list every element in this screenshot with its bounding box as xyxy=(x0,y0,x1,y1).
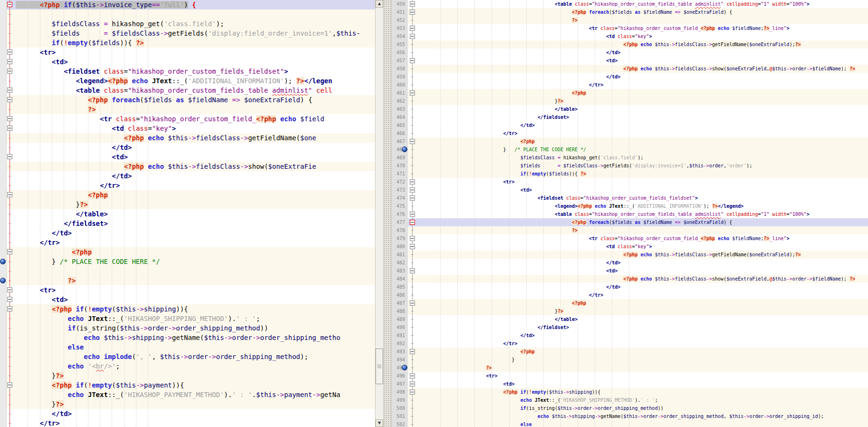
fold-toggle[interactable] xyxy=(7,287,12,292)
code-line[interactable]: <?php if(!empty($this->shipping)){ xyxy=(6,304,375,314)
left-pane-scrollbar[interactable]: ▲ ▼ xyxy=(375,0,384,427)
code-line[interactable]: <?php if(!empty($this->shipping)){ xyxy=(408,388,868,396)
scrollbar-thumb[interactable] xyxy=(376,349,383,384)
code-line[interactable]: <?php foreach($fields as $fieldName => $… xyxy=(408,8,868,16)
code-line[interactable]: <?php echo $this->fieldsClass->show($one… xyxy=(6,162,375,171)
code-line[interactable]: if(!empty($fields)){ ?> xyxy=(408,170,868,178)
code-line[interactable]: <tr> xyxy=(408,178,868,186)
code-line[interactable]: echo $this->shipping->getName($this->ord… xyxy=(408,412,868,420)
fold-toggle[interactable] xyxy=(7,116,12,121)
code-line[interactable]: <?php xyxy=(408,348,868,356)
code-line[interactable]: $fieldsClass = hikashop_get('class.field… xyxy=(408,154,868,162)
fold-toggle[interactable] xyxy=(410,220,415,225)
fold-toggle[interactable] xyxy=(410,26,415,31)
code-line[interactable]: <?php if($this->invoice_type=='full') { xyxy=(6,0,375,10)
code-line[interactable]: echo JText::_('HIKASHOP_SHIPPING_METHOD'… xyxy=(408,396,868,404)
fold-toggle[interactable] xyxy=(410,349,415,354)
code-line[interactable]: </tr> xyxy=(408,129,868,137)
code-line[interactable]: </tr> xyxy=(408,340,868,348)
code-line[interactable]: $fields = $fieldsClass->getFields('displ… xyxy=(6,29,375,38)
code-line[interactable]: <td> xyxy=(408,267,868,275)
code-line[interactable]: <table class="hikashop_order_custom_fiel… xyxy=(6,86,375,95)
fold-toggle[interactable] xyxy=(7,126,12,131)
code-line[interactable]: <td> xyxy=(408,57,868,65)
fold-toggle[interactable] xyxy=(7,306,12,311)
code-line[interactable]: </table> xyxy=(408,105,868,113)
fold-toggle[interactable] xyxy=(410,244,415,249)
code-line[interactable]: </td> xyxy=(6,143,375,152)
fold-toggle[interactable] xyxy=(7,382,12,388)
code-line[interactable]: <td> xyxy=(6,152,375,162)
fold-toggle[interactable] xyxy=(410,236,415,241)
code-line[interactable]: </tr> xyxy=(6,418,375,427)
fold-toggle[interactable] xyxy=(7,2,12,7)
code-line[interactable]: <legend><?php echo JText::_('ADDITIONAL_… xyxy=(6,76,375,86)
code-line[interactable]: ?> xyxy=(408,16,868,24)
code-line[interactable]: <td> xyxy=(408,380,868,388)
code-line[interactable]: ?> xyxy=(408,226,868,234)
fold-toggle[interactable] xyxy=(410,373,415,378)
fold-toggle[interactable] xyxy=(7,87,12,93)
code-line[interactable]: </td> xyxy=(6,228,375,238)
code-line[interactable]: echo implode(', ', $this->order->order_s… xyxy=(6,352,375,361)
code-line[interactable]: </tr> xyxy=(6,238,375,247)
code-line[interactable]: </fieldset> xyxy=(6,219,375,228)
bookmark-gutter[interactable] xyxy=(0,0,7,427)
code-line[interactable]: <?php xyxy=(408,299,868,307)
code-line[interactable] xyxy=(6,10,375,19)
code-line[interactable]: <?php echo $this->fieldsClass->getFieldN… xyxy=(408,40,868,49)
code-line[interactable]: <fieldset class="hikashop_order_custom_f… xyxy=(6,67,375,76)
code-line[interactable]: if(is_string($this->order->order_shippin… xyxy=(408,404,868,412)
fold-toggle[interactable] xyxy=(410,268,415,273)
fold-toggle[interactable] xyxy=(7,154,12,159)
code-line[interactable]: <fieldset class="hikashop_order_custom_f… xyxy=(408,194,868,202)
scrollbar-up-button[interactable]: ▲ xyxy=(376,0,383,8)
fold-toggle[interactable] xyxy=(7,97,12,102)
code-line[interactable]: <?php echo $this->fieldsClass->show($one… xyxy=(408,275,868,283)
code-line[interactable]: </td> xyxy=(408,283,868,291)
code-line[interactable]: <tr> xyxy=(408,372,868,380)
code-line[interactable]: <?php xyxy=(6,247,375,257)
code-line[interactable]: </td> xyxy=(6,409,375,418)
fold-toggle[interactable] xyxy=(410,381,415,387)
code-line[interactable]: </tr> xyxy=(6,181,375,190)
code-line[interactable]: <td> xyxy=(408,186,868,194)
pane-splitter[interactable] xyxy=(384,0,392,427)
code-line[interactable]: </tr> xyxy=(408,81,868,89)
code-line[interactable]: }?> xyxy=(6,371,375,380)
code-line[interactable]: <td class="key"> xyxy=(408,32,868,40)
fold-toggle[interactable] xyxy=(410,34,415,39)
fold-toggle[interactable] xyxy=(7,249,12,254)
code-line[interactable]: <?php echo $this->fieldsClass->show($one… xyxy=(408,65,868,73)
left-code-pane[interactable]: <?php if($this->invoice_type=='full') { … xyxy=(0,0,375,427)
code-line[interactable]: else xyxy=(408,420,868,427)
code-line[interactable]: <legend><?php echo JText::_('ADDITIONAL_… xyxy=(408,202,868,210)
fold-toggle[interactable] xyxy=(7,192,12,197)
fold-toggle[interactable] xyxy=(410,389,415,395)
fold-toggle[interactable] xyxy=(410,90,415,96)
code-line[interactable]: if(is_string($this->order->order_shippin… xyxy=(6,323,375,333)
code-line[interactable]: <?php xyxy=(408,137,868,146)
code-line[interactable]: </td> xyxy=(408,73,868,81)
fold-toggle[interactable] xyxy=(410,301,415,306)
code-line[interactable]: </td> xyxy=(408,331,868,340)
code-line[interactable]: } /* PLACE THE CODE HERE */ xyxy=(6,257,375,266)
fold-toggle[interactable] xyxy=(410,195,415,201)
fold-toggle[interactable] xyxy=(410,179,415,184)
code-line[interactable]: </fieldset> xyxy=(408,323,868,331)
code-line[interactable]: echo JText::_('HIKASHOP_PAYMENT_METHOD')… xyxy=(6,390,375,399)
code-line[interactable]: echo $this->shipping->getName($this->ord… xyxy=(6,333,375,342)
code-line[interactable]: <?php echo $this->fieldsClass->getFieldN… xyxy=(408,251,868,259)
code-line[interactable]: <?php echo $this->fieldsClass->getFieldN… xyxy=(6,133,375,143)
code-line[interactable]: <?php if(!empty($this->payment)){ xyxy=(6,380,375,390)
code-line[interactable]: echo JText::_('HIKASHOP_SHIPPING_METHOD'… xyxy=(6,314,375,323)
code-line[interactable]: <tr class="hikashop_order_custom_field_<… xyxy=(408,234,868,243)
fold-toggle[interactable] xyxy=(7,59,12,64)
code-line[interactable]: <tr class="hikashop_order_custom_field_<… xyxy=(6,114,375,124)
code-line[interactable]: </tr> xyxy=(408,291,868,299)
fold-toggle[interactable] xyxy=(410,10,415,15)
code-line[interactable]: <table class="hikashop_order_custom_fiel… xyxy=(408,210,868,218)
fold-toggle[interactable] xyxy=(7,297,12,302)
code-line[interactable]: <?php foreach($fields as $fieldName => $… xyxy=(6,95,375,105)
fold-toggle[interactable] xyxy=(410,212,415,217)
